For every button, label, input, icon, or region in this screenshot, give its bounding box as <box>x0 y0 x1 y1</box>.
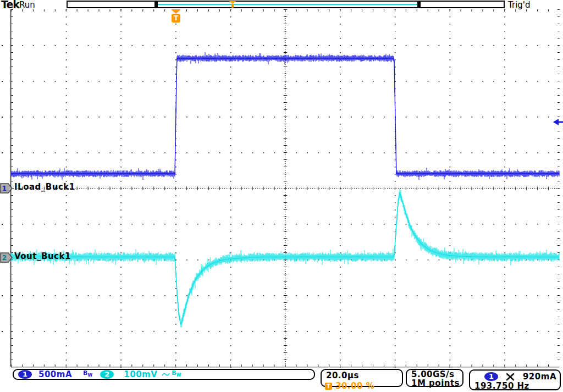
horizontal-readout-box[interactable]: 20.0µs T 30.00 % <box>321 369 403 387</box>
trigger-source-badge: 1 <box>484 372 498 381</box>
channel2-label: Vout_Buck1 <box>14 251 71 261</box>
trigger-position-readout: 30.00 % <box>335 381 374 391</box>
trigger-t-badge-icon: T <box>325 383 332 390</box>
channel1-label: ILoad_Buck1 <box>14 182 75 192</box>
trigger-status: Trig'd <box>508 0 530 10</box>
channel1-badge[interactable]: 1 <box>18 370 32 379</box>
waveform-display <box>0 0 563 392</box>
acquisition-state: Run <box>19 0 35 10</box>
record-bar-pre <box>67 1 156 8</box>
record-bar-display-window[interactable] <box>156 1 420 8</box>
channel-readout-box[interactable]: 1 500mA BW 2 100mV BW <box>13 369 315 380</box>
channel2-ac-coupling-icon <box>162 371 170 378</box>
svg-text:1: 1 <box>2 185 7 192</box>
trigger-slope-icon <box>506 373 515 381</box>
horizontal-scale: 20.0µs <box>322 370 402 380</box>
trigger-frequency-readout: 193.750 Hz <box>470 382 560 390</box>
channel2-bandwidth-limit-icon: BW <box>172 370 181 378</box>
record-length: 1M points <box>411 379 462 388</box>
channel2-badge[interactable]: 2 <box>100 370 114 379</box>
record-waveform-preview <box>158 4 417 5</box>
tek-logo: Tek <box>1 0 19 10</box>
trigger-position-badge[interactable]: T <box>172 14 180 23</box>
record-bar-post <box>420 1 505 8</box>
channel1-bandwidth-limit-icon: BW <box>83 370 92 378</box>
channel2-scale: 100mV <box>124 369 157 379</box>
channel1-position-marker[interactable]: 1 <box>0 183 13 194</box>
oscilloscope-screen: { "header": { "logo": "Tek", "acq_state"… <box>0 0 563 392</box>
channel1-scale: 500mA <box>38 369 72 379</box>
sample-rate: 5.00GS/s <box>411 370 462 379</box>
trigger-position-arrow-icon[interactable] <box>171 9 181 14</box>
acquisition-readout-box[interactable]: 5.00GS/s 1M points <box>406 369 463 387</box>
trigger-level-readout: 920mA <box>523 372 556 382</box>
trigger-readout-box[interactable]: 1 920mA 193.750 Hz <box>469 369 561 390</box>
record-trigger-marker-icon[interactable] <box>229 1 236 8</box>
svg-text:2: 2 <box>2 254 7 262</box>
trigger-level-arrow-icon[interactable] <box>553 118 563 126</box>
channel2-position-marker[interactable]: 2 <box>0 252 13 263</box>
